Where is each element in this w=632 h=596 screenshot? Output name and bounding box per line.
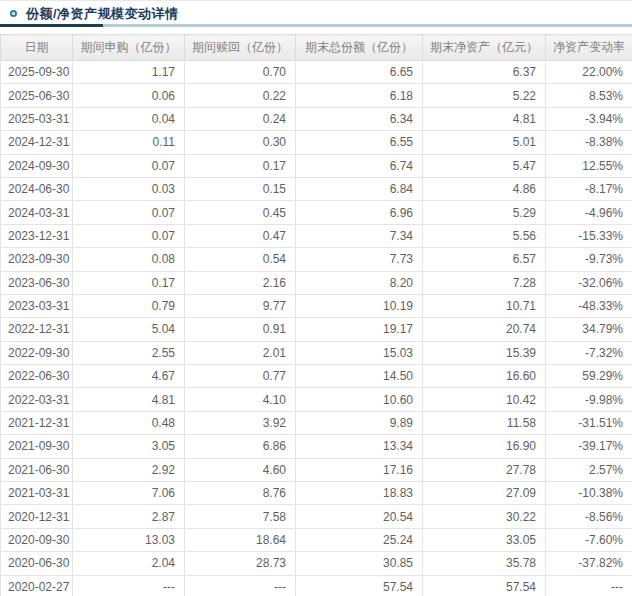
purchase-cell: 0.04 bbox=[73, 107, 185, 130]
redemption-cell: 0.77 bbox=[185, 365, 296, 388]
total-shares-cell: 7.34 bbox=[296, 224, 423, 247]
date-cell: 2023-06-30 bbox=[1, 271, 73, 294]
purchase-cell: 0.03 bbox=[73, 177, 185, 200]
purchase-cell: 2.04 bbox=[73, 552, 185, 575]
purchase-cell: 4.81 bbox=[73, 388, 185, 411]
net-assets-cell: 16.90 bbox=[423, 435, 546, 458]
redemption-cell: 0.17 bbox=[185, 154, 296, 177]
total-shares-cell: 20.54 bbox=[296, 505, 423, 528]
redemption-cell: --- bbox=[185, 575, 296, 596]
redemption-cell: 2.16 bbox=[185, 271, 296, 294]
total-shares-cell: 18.83 bbox=[296, 482, 423, 505]
purchase-cell: 0.07 bbox=[73, 224, 185, 247]
change-rate-cell: 59.29% bbox=[546, 365, 632, 388]
column-header-date: 日期 bbox=[1, 35, 73, 61]
change-rate-cell: 34.79% bbox=[546, 318, 632, 341]
total-shares-cell: 6.34 bbox=[296, 107, 423, 130]
date-cell: 2025-06-30 bbox=[1, 84, 73, 107]
redemption-cell: 0.70 bbox=[185, 61, 296, 84]
table-row: 2021-09-303.056.8613.3416.90-39.17% bbox=[1, 435, 632, 458]
column-header-redemption: 期间赎回（亿份） bbox=[185, 35, 296, 61]
total-shares-cell: 6.55 bbox=[296, 131, 423, 154]
purchase-cell: 3.05 bbox=[73, 435, 185, 458]
date-cell: 2021-09-30 bbox=[1, 435, 73, 458]
date-cell: 2024-09-30 bbox=[1, 154, 73, 177]
redemption-cell: 2.01 bbox=[185, 341, 296, 364]
total-shares-cell: 6.65 bbox=[296, 61, 423, 84]
change-rate-cell: 22.00% bbox=[546, 61, 632, 84]
change-rate-cell: 2.57% bbox=[546, 458, 632, 481]
change-rate-cell: -48.33% bbox=[546, 294, 632, 317]
purchase-cell: 0.48 bbox=[73, 411, 185, 434]
section-underline bbox=[0, 24, 632, 27]
change-rate-cell: 12.55% bbox=[546, 154, 632, 177]
date-cell: 2024-12-31 bbox=[1, 131, 73, 154]
purchase-cell: 2.92 bbox=[73, 458, 185, 481]
column-header-net-assets: 期末净资产（亿元） bbox=[423, 35, 546, 61]
date-cell: 2021-06-30 bbox=[1, 458, 73, 481]
table-row: 2021-12-310.483.929.8911.58-31.51% bbox=[1, 411, 632, 434]
redemption-cell: 0.54 bbox=[185, 248, 296, 271]
net-assets-cell: 6.37 bbox=[423, 61, 546, 84]
total-shares-cell: 7.73 bbox=[296, 248, 423, 271]
table-row: 2022-03-314.814.1010.6010.42-9.98% bbox=[1, 388, 632, 411]
redemption-cell: 0.30 bbox=[185, 131, 296, 154]
date-cell: 2023-03-31 bbox=[1, 294, 73, 317]
date-cell: 2020-09-30 bbox=[1, 528, 73, 551]
redemption-cell: 4.60 bbox=[185, 458, 296, 481]
table-row: 2022-12-315.040.9119.1720.7434.79% bbox=[1, 318, 632, 341]
purchase-cell: 0.07 bbox=[73, 154, 185, 177]
net-assets-cell: 20.74 bbox=[423, 318, 546, 341]
change-rate-cell: -8.56% bbox=[546, 505, 632, 528]
net-assets-cell: 5.56 bbox=[423, 224, 546, 247]
redemption-cell: 4.10 bbox=[185, 388, 296, 411]
table-row: 2023-06-300.172.168.207.28-32.06% bbox=[1, 271, 632, 294]
net-assets-cell: 5.47 bbox=[423, 154, 546, 177]
redemption-cell: 0.24 bbox=[185, 107, 296, 130]
total-shares-cell: 6.18 bbox=[296, 84, 423, 107]
table-row: 2025-03-310.040.246.344.81-3.94% bbox=[1, 107, 632, 130]
change-rate-cell: -9.98% bbox=[546, 388, 632, 411]
purchase-cell: 0.06 bbox=[73, 84, 185, 107]
change-rate-cell: -39.17% bbox=[546, 435, 632, 458]
table-row: 2023-09-300.080.547.736.57-9.73% bbox=[1, 248, 632, 271]
date-cell: 2025-03-31 bbox=[1, 107, 73, 130]
change-rate-cell: -7.32% bbox=[546, 341, 632, 364]
change-rate-cell: -15.33% bbox=[546, 224, 632, 247]
table-row: 2024-03-310.070.456.965.29-4.96% bbox=[1, 201, 632, 224]
change-rate-cell: -32.06% bbox=[546, 271, 632, 294]
redemption-cell: 8.76 bbox=[185, 482, 296, 505]
table-body: 2025-09-301.170.706.656.3722.00%2025-06-… bbox=[1, 61, 632, 596]
net-assets-cell: 6.57 bbox=[423, 248, 546, 271]
net-assets-cell: 27.78 bbox=[423, 458, 546, 481]
total-shares-cell: 6.84 bbox=[296, 177, 423, 200]
purchase-cell: 13.03 bbox=[73, 528, 185, 551]
change-rate-cell: -3.94% bbox=[546, 107, 632, 130]
purchase-cell: 0.17 bbox=[73, 271, 185, 294]
change-rate-cell: --- bbox=[546, 575, 632, 596]
purchase-cell: 1.17 bbox=[73, 61, 185, 84]
total-shares-cell: 8.20 bbox=[296, 271, 423, 294]
redemption-cell: 7.58 bbox=[185, 505, 296, 528]
table-row: 2022-06-304.670.7714.5016.6059.29% bbox=[1, 365, 632, 388]
net-assets-cell: 27.09 bbox=[423, 482, 546, 505]
redemption-cell: 0.45 bbox=[185, 201, 296, 224]
purchase-cell: 0.79 bbox=[73, 294, 185, 317]
redemption-cell: 18.64 bbox=[185, 528, 296, 551]
table-row: 2020-09-3013.0318.6425.2433.05-7.60% bbox=[1, 528, 632, 551]
purchase-cell: --- bbox=[73, 575, 185, 596]
table-row: 2024-09-300.070.176.745.4712.55% bbox=[1, 154, 632, 177]
net-assets-cell: 4.86 bbox=[423, 177, 546, 200]
total-shares-cell: 19.17 bbox=[296, 318, 423, 341]
purchase-cell: 0.07 bbox=[73, 201, 185, 224]
purchase-cell: 7.06 bbox=[73, 482, 185, 505]
date-cell: 2020-06-30 bbox=[1, 552, 73, 575]
net-assets-cell: 10.42 bbox=[423, 388, 546, 411]
total-shares-cell: 14.50 bbox=[296, 365, 423, 388]
redemption-cell: 28.73 bbox=[185, 552, 296, 575]
table-row: 2021-03-317.068.7618.8327.09-10.38% bbox=[1, 482, 632, 505]
redemption-cell: 0.91 bbox=[185, 318, 296, 341]
net-assets-cell: 35.78 bbox=[423, 552, 546, 575]
date-cell: 2024-03-31 bbox=[1, 201, 73, 224]
table-row: 2024-12-310.110.306.555.01-8.38% bbox=[1, 131, 632, 154]
